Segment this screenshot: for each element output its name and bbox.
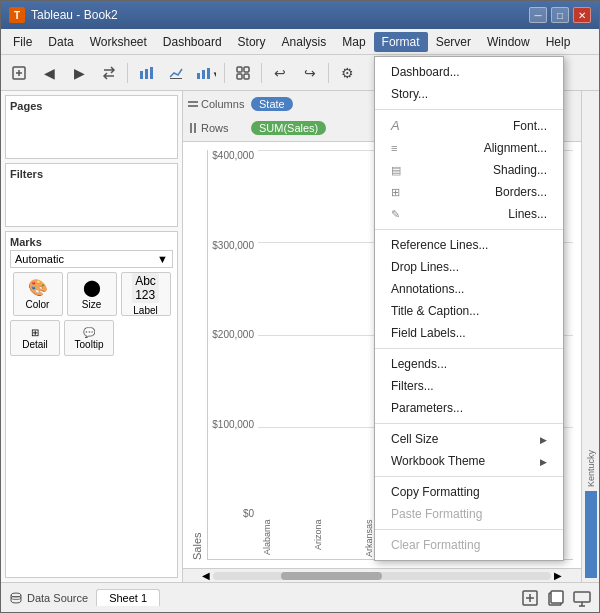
sum-sales-pill[interactable]: SUM(Sales) — [251, 121, 326, 135]
size-label: Size — [82, 299, 101, 310]
format-menu-paste-formatting[interactable]: Paste Formatting — [375, 503, 563, 525]
toolbar-sep3 — [261, 63, 262, 83]
format-menu-clear-formatting[interactable]: Clear Formatting — [375, 534, 563, 556]
format-menu-story[interactable]: Story... — [375, 83, 563, 105]
toolbar-undo[interactable]: ↩ — [266, 60, 294, 86]
svg-rect-13 — [237, 74, 242, 79]
filters-content — [10, 182, 173, 222]
kentucky-label: Kentucky — [586, 450, 596, 487]
format-sep-2 — [375, 229, 563, 230]
toolbar-new-datasource[interactable] — [5, 60, 33, 86]
scroll-thumb[interactable] — [281, 572, 382, 580]
data-source-button[interactable]: Data Source — [9, 591, 88, 605]
svg-rect-8 — [202, 70, 205, 79]
format-menu-borders[interactable]: ⊞ Borders... — [375, 181, 563, 203]
scroll-left-btn[interactable]: ◀ — [199, 570, 213, 581]
marks-type-dropdown[interactable]: Automatic ▼ — [10, 250, 173, 268]
format-menu-dashboard[interactable]: Dashboard... — [375, 61, 563, 83]
menu-help[interactable]: Help — [538, 32, 579, 52]
toolbar-sep1 — [127, 63, 128, 83]
toolbar-back[interactable]: ◀ — [35, 60, 63, 86]
state-pill[interactable]: State — [251, 97, 293, 111]
format-menu-copy-formatting[interactable]: Copy Formatting — [375, 481, 563, 503]
toolbar-sep4 — [328, 63, 329, 83]
format-menu-reference-lines[interactable]: Reference Lines... — [375, 234, 563, 256]
scroll-track[interactable] — [213, 572, 551, 580]
format-menu-font[interactable]: A Font... — [375, 114, 563, 137]
status-bar: Data Source Sheet 1 — [1, 582, 599, 612]
format-menu-lines[interactable]: ✎ Lines... — [375, 203, 563, 225]
toolbar-chart2[interactable] — [162, 60, 190, 86]
menu-server[interactable]: Server — [428, 32, 479, 52]
svg-rect-12 — [244, 67, 249, 72]
marks-tooltip-btn[interactable]: 💬 Tooltip — [64, 320, 114, 356]
x-label-alabama: Alabama — [262, 519, 309, 559]
pages-content — [10, 114, 173, 154]
format-menu-alignment[interactable]: ≡ Alignment... — [375, 137, 563, 159]
marks-label-btn[interactable]: Abc123 Label — [121, 272, 171, 316]
format-menu-title-caption[interactable]: Title & Caption... — [375, 300, 563, 322]
scroll-right-btn[interactable]: ▶ — [551, 570, 565, 581]
pages-section: Pages — [5, 95, 178, 159]
marks-title: Marks — [10, 236, 173, 248]
duplicate-sheet-icon[interactable] — [547, 589, 565, 607]
svg-rect-6 — [170, 78, 182, 79]
format-menu-annotations[interactable]: Annotations... — [375, 278, 563, 300]
toolbar-swap[interactable] — [95, 60, 123, 86]
format-dropdown-menu: Dashboard... Story... A Font... ≡ Alignm… — [374, 56, 564, 561]
menu-data[interactable]: Data — [40, 32, 81, 52]
columns-label-row: Columns — [187, 98, 247, 110]
marks-section: Marks Automatic ▼ 🎨 Color ⬤ Size Abc1 — [5, 231, 178, 578]
bar-chart-icon — [138, 65, 154, 81]
marks-size-btn[interactable]: ⬤ Size — [67, 272, 117, 316]
sheet1-tab[interactable]: Sheet 1 — [96, 589, 160, 606]
filters-section: Filters — [5, 163, 178, 227]
format-menu-drop-lines[interactable]: Drop Lines... — [375, 256, 563, 278]
menu-dashboard[interactable]: Dashboard — [155, 32, 230, 52]
toolbar-extra[interactable]: ⚙ — [333, 60, 361, 86]
y-axis-label: Sales — [191, 150, 203, 560]
toolbar-forward[interactable]: ▶ — [65, 60, 93, 86]
menu-format[interactable]: Format — [374, 32, 428, 52]
menu-analysis[interactable]: Analysis — [274, 32, 335, 52]
format-menu-cell-size[interactable]: Cell Size — [375, 428, 563, 450]
marks-detail-btn[interactable]: ⊞ Detail — [10, 320, 60, 356]
columns-icon — [187, 98, 199, 110]
toolbar-chart1[interactable] — [132, 60, 160, 86]
format-menu-parameters[interactable]: Parameters... — [375, 397, 563, 419]
format-menu-field-labels[interactable]: Field Labels... — [375, 322, 563, 344]
format-sep-1 — [375, 109, 563, 110]
format-menu-workbook-theme[interactable]: Workbook Theme — [375, 450, 563, 472]
color-label: Color — [26, 299, 50, 310]
menu-worksheet[interactable]: Worksheet — [82, 32, 155, 52]
data-source-label: Data Source — [27, 592, 88, 604]
lines-icon: ✎ — [391, 208, 400, 221]
format-menu-legends[interactable]: Legends... — [375, 353, 563, 375]
menu-file[interactable]: File — [5, 32, 40, 52]
toolbar-redo[interactable]: ↪ — [296, 60, 324, 86]
new-sheet-icon[interactable] — [521, 589, 539, 607]
color-icon: 🎨 — [28, 278, 48, 297]
label-label: Label — [133, 305, 157, 316]
maximize-button[interactable]: □ — [551, 7, 569, 23]
marks-dropdown-arrow: ▼ — [157, 253, 168, 265]
menu-window[interactable]: Window — [479, 32, 538, 52]
svg-rect-25 — [551, 591, 563, 603]
rows-icon — [187, 122, 199, 134]
y-tick-3: $200,000 — [212, 329, 254, 340]
present-icon[interactable] — [573, 589, 591, 607]
minimize-button[interactable]: ─ — [529, 7, 547, 23]
format-menu-shading[interactable]: ▤ Shading... — [375, 159, 563, 181]
close-button[interactable]: ✕ — [573, 7, 591, 23]
toolbar-filter[interactable] — [229, 60, 257, 86]
toolbar-chart3[interactable]: ▼ — [192, 60, 220, 86]
y-tick-2: $300,000 — [212, 240, 254, 251]
menu-map[interactable]: Map — [334, 32, 373, 52]
marks-color-btn[interactable]: 🎨 Color — [13, 272, 63, 316]
database-icon — [9, 591, 23, 605]
h-scroll[interactable]: ◀ ▶ — [183, 568, 581, 582]
format-sep-4 — [375, 423, 563, 424]
format-menu-filters[interactable]: Filters... — [375, 375, 563, 397]
new-datasource-icon — [11, 65, 27, 81]
menu-story[interactable]: Story — [230, 32, 274, 52]
